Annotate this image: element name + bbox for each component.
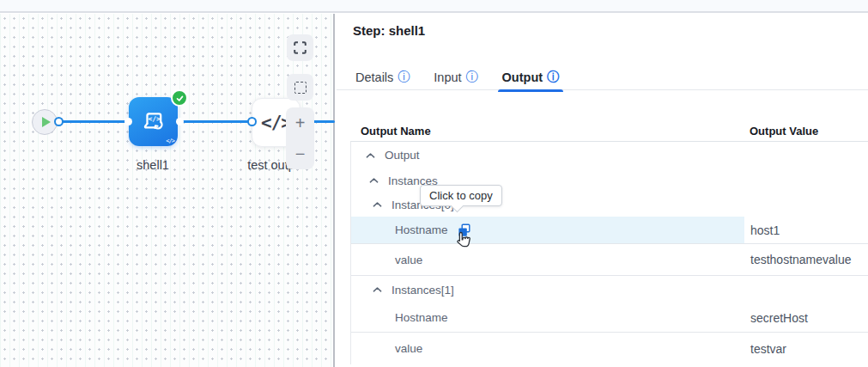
zoom-controls: + − bbox=[286, 107, 314, 169]
tree-node-label: Hostname bbox=[395, 311, 448, 324]
play-icon bbox=[42, 117, 51, 127]
workflow-editor: </> </> shell1 </> test output bbox=[0, 0, 868, 367]
chevron-up-icon[interactable] bbox=[369, 177, 379, 184]
success-badge bbox=[171, 89, 188, 107]
tab-details[interactable]: Details ⓘ bbox=[355, 70, 410, 89]
edge-start-shell1 bbox=[57, 120, 129, 123]
output-value: host1 bbox=[744, 217, 868, 243]
output-value: testvar bbox=[744, 333, 868, 364]
test-output-input-port[interactable] bbox=[247, 117, 257, 126]
info-icon[interactable]: ⓘ bbox=[547, 70, 559, 83]
table-row-hostname[interactable]: Hostname host1 bbox=[351, 217, 868, 244]
page-title: Step: shell1 bbox=[353, 23, 425, 38]
chevron-up-icon[interactable] bbox=[373, 201, 382, 208]
marquee-select-button[interactable] bbox=[287, 74, 313, 101]
chevron-up-icon[interactable] bbox=[366, 152, 375, 159]
column-header-output-value: Output Value bbox=[750, 125, 818, 138]
output-value: testhostnamevalue bbox=[744, 244, 868, 275]
tree-node-label: Output bbox=[385, 149, 420, 162]
workflow-canvas[interactable]: </> </> shell1 </> test output bbox=[0, 14, 335, 367]
tree-node-label: value bbox=[395, 342, 422, 355]
table-body: Output Instances bbox=[350, 141, 868, 364]
chevron-up-icon[interactable] bbox=[373, 286, 382, 293]
svg-text:</>: </> bbox=[148, 115, 161, 123]
column-header-output-name: Output Name bbox=[361, 125, 431, 138]
output-table: Output Name Output Value Output bbox=[350, 125, 868, 367]
node-label-shell1: shell1 bbox=[106, 158, 200, 172]
info-icon[interactable]: ⓘ bbox=[466, 70, 478, 83]
table-row[interactable]: Hostname secretHost bbox=[351, 303, 868, 333]
fullscreen-icon bbox=[294, 41, 307, 54]
top-bar bbox=[0, 0, 868, 13]
tab-input[interactable]: Input ⓘ bbox=[434, 70, 477, 89]
table-header: Output Name Output Value bbox=[350, 125, 868, 141]
table-row[interactable]: value testhostnamevalue bbox=[351, 244, 868, 276]
shell-script-icon: </> bbox=[139, 107, 168, 137]
marquee-select-icon bbox=[294, 82, 307, 94]
shell1-output-port[interactable] bbox=[176, 118, 184, 125]
code-corner-icon: </> bbox=[166, 138, 174, 144]
edge-shell1-testoutput bbox=[180, 120, 254, 123]
table-row[interactable]: value testvar bbox=[351, 333, 868, 364]
tab-bar: Details ⓘ Input ⓘ Output ⓘ bbox=[337, 70, 868, 90]
tree-node-label: Instances[1] bbox=[392, 284, 454, 297]
fullscreen-button[interactable] bbox=[287, 34, 313, 61]
table-row[interactable]: Output bbox=[351, 142, 868, 168]
info-icon[interactable]: ⓘ bbox=[398, 70, 410, 83]
zoom-out-button[interactable]: − bbox=[286, 138, 314, 169]
table-row[interactable]: Instances[1] bbox=[351, 276, 868, 303]
output-value: secretHost bbox=[744, 303, 868, 332]
check-icon bbox=[175, 94, 185, 103]
step-detail-panel: Step: shell1 Details ⓘ Input ⓘ Output ⓘ … bbox=[337, 14, 868, 367]
zoom-in-button[interactable]: + bbox=[286, 107, 314, 138]
tree-node-label: Hostname bbox=[395, 223, 448, 236]
tree-node-label: value bbox=[395, 254, 422, 266]
shell1-input-port[interactable] bbox=[124, 118, 132, 125]
cursor-pointer-icon bbox=[455, 231, 472, 254]
start-node-output-port[interactable] bbox=[54, 117, 64, 126]
tab-output[interactable]: Output ⓘ bbox=[502, 70, 560, 89]
node-shell1[interactable]: </> </> bbox=[129, 97, 178, 146]
